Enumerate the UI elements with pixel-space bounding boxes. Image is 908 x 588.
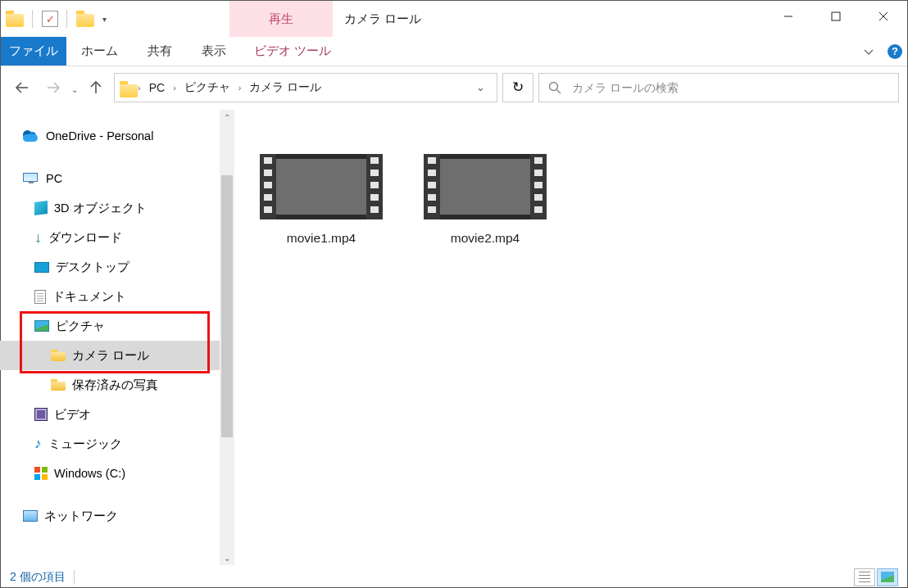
tree-label: Windows (C:) (54, 467, 125, 480)
qat-separator (32, 10, 34, 28)
address-bar[interactable]: › PC › ピクチャ › カメラ ロール ⌄ (114, 73, 497, 102)
search-box[interactable] (538, 73, 899, 102)
breadcrumb-camera-roll[interactable]: カメラ ロール (244, 80, 326, 95)
tab-video-tools[interactable]: ビデオ ツール (241, 37, 344, 66)
title-bar: ✓ ▾ 再生 カメラ ロール (1, 1, 907, 37)
details-view-button[interactable] (854, 568, 875, 586)
tree-label: ドキュメント (52, 289, 126, 305)
tree-windows-c[interactable]: Windows (C:) (0, 459, 234, 488)
tree-onedrive[interactable]: OneDrive - Personal (0, 121, 234, 151)
file-item[interactable]: movie2.mp4 (423, 154, 547, 246)
tree-label: デスクトップ (56, 260, 129, 275)
status-bar: 2 個の項目 (0, 565, 908, 588)
ribbon-collapse-button[interactable] (855, 37, 883, 66)
tree-label: カメラ ロール (72, 348, 149, 364)
file-tab[interactable]: ファイル (1, 37, 66, 66)
qat-customize-dropdown[interactable]: ▾ (99, 15, 110, 24)
items-row: movie1.mp4 movie2.mp4 (259, 154, 908, 246)
qat-new-folder-icon[interactable] (76, 11, 94, 27)
minimize-button[interactable] (765, 1, 812, 32)
tree-3d-objects[interactable]: 3D オブジェクト (0, 193, 234, 223)
desktop-icon (34, 262, 49, 273)
tab-view[interactable]: 表示 (187, 37, 241, 66)
address-folder-icon (120, 81, 134, 93)
forward-button[interactable] (40, 75, 66, 101)
tree-music[interactable]: ♪ ミュージック (0, 429, 234, 459)
help-icon: ? (888, 44, 902, 59)
document-icon (34, 290, 46, 304)
window-controls (765, 1, 907, 37)
tree-desktop[interactable]: デスクトップ (0, 252, 234, 282)
contextual-tab-title: 再生 (229, 1, 333, 37)
folder-icon (51, 379, 66, 391)
tree-videos[interactable]: ビデオ (0, 400, 234, 429)
folder-icon (51, 350, 66, 361)
window-title: カメラ ロール (333, 1, 765, 37)
maximize-button[interactable] (812, 1, 860, 32)
qat-properties-button[interactable]: ✓ (42, 11, 58, 27)
cube-icon (34, 201, 48, 215)
large-icons-view-icon (881, 572, 894, 582)
navigation-bar: ⌄ › PC › ピクチャ › カメラ ロール ⌄ ↻ (1, 66, 907, 109)
large-icons-view-button[interactable] (877, 568, 898, 586)
tree-spacer (0, 151, 234, 164)
item-count: 2 個の項目 (10, 570, 66, 585)
body: ⌃ ⌄ OneDrive - Personal PC 3D オブジェクト ↓ ダ… (0, 110, 908, 565)
file-name: movie1.mp4 (259, 231, 384, 246)
music-icon: ♪ (34, 436, 42, 452)
scroll-thumb[interactable] (221, 175, 233, 437)
scroll-down-button[interactable]: ⌄ (220, 550, 234, 565)
tree-documents[interactable]: ドキュメント (0, 282, 234, 311)
status-separator (74, 570, 75, 585)
tree-spacer (0, 488, 234, 501)
nav-scrollbar[interactable]: ⌃ ⌄ (220, 110, 234, 565)
tree-saved-pictures[interactable]: 保存済みの写真 (0, 370, 234, 400)
quick-access-toolbar: ✓ ▾ (1, 1, 115, 37)
app-folder-icon (6, 11, 24, 27)
file-list[interactable]: movie1.mp4 movie2.mp4 (234, 110, 908, 565)
search-input[interactable] (570, 80, 890, 95)
tree-network[interactable]: ネットワーク (0, 501, 234, 531)
onedrive-icon (23, 130, 39, 142)
breadcrumb-pc[interactable]: PC (144, 81, 170, 94)
download-icon: ↓ (34, 229, 42, 247)
svg-rect-1 (832, 12, 840, 20)
tree-label: PC (46, 172, 62, 185)
up-button[interactable] (83, 75, 109, 101)
svg-point-7 (550, 82, 558, 90)
help-button[interactable]: ? (883, 37, 907, 66)
tree-label: ミュージック (48, 436, 122, 452)
breadcrumb-separator[interactable]: › (237, 83, 243, 93)
details-view-icon (859, 572, 870, 582)
nav-history-dropdown[interactable]: ⌄ (71, 80, 78, 94)
tree-label: 3D オブジェクト (54, 201, 147, 216)
tree-label: OneDrive - Personal (46, 129, 153, 142)
tree-label: ダウンロード (48, 230, 122, 246)
tree-label: ピクチャ (56, 319, 105, 334)
tree-downloads[interactable]: ↓ ダウンロード (0, 223, 234, 252)
scroll-up-button[interactable]: ⌃ (220, 110, 234, 124)
close-button[interactable] (860, 1, 907, 32)
video-thumbnail-icon (424, 154, 547, 219)
refresh-button[interactable]: ↻ (502, 73, 533, 102)
tree-label: 保存済みの写真 (72, 378, 158, 393)
tree-pc[interactable]: PC (0, 164, 234, 193)
file-name: movie2.mp4 (423, 231, 547, 246)
tree-pictures[interactable]: ピクチャ (0, 311, 234, 341)
tree-camera-roll[interactable]: カメラ ロール (0, 341, 234, 370)
tab-share[interactable]: 共有 (133, 37, 187, 66)
tree-label: ネットワーク (44, 509, 118, 524)
breadcrumb-pictures[interactable]: ピクチャ (179, 80, 235, 95)
videos-icon (34, 408, 48, 421)
view-switcher (854, 568, 898, 586)
tab-home[interactable]: ホーム (66, 37, 133, 66)
contextual-tab-group: 再生 (229, 1, 333, 37)
pc-icon (23, 173, 39, 184)
ribbon-tabs: ファイル ホーム 共有 表示 ビデオ ツール ? (1, 37, 907, 66)
address-dropdown[interactable]: ⌄ (470, 81, 492, 93)
breadcrumb-separator[interactable]: › (171, 83, 178, 93)
svg-line-8 (557, 89, 561, 93)
back-button[interactable] (9, 75, 35, 101)
video-thumbnail-icon (260, 154, 383, 219)
file-item[interactable]: movie1.mp4 (259, 154, 384, 246)
